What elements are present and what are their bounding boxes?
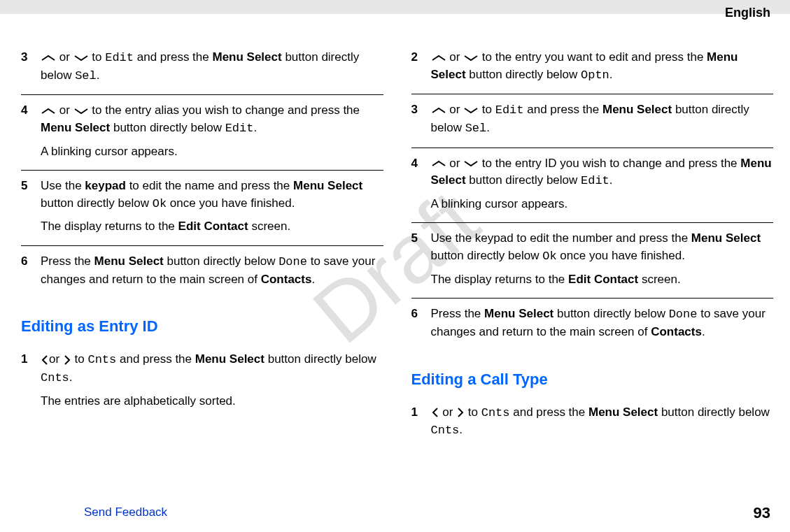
step-4r: 4 or to the entry ID you wish to change … <box>411 148 774 224</box>
document-page: English Draft 3 or to Edit and press the… <box>0 0 790 532</box>
left-column: 3 or to Edit and press the Menu Select b… <box>21 42 383 450</box>
step-body: Press the Menu Select button directly be… <box>431 305 774 340</box>
up-arrow-icon <box>431 55 446 62</box>
step-body: or to the entry ID you wish to change an… <box>431 155 774 213</box>
step-number: 1 <box>411 404 431 440</box>
step-number: 6 <box>411 305 431 340</box>
heading-call-type: Editing a Call Type <box>411 371 774 389</box>
step-number: 6 <box>21 253 41 288</box>
step-body: Press the Menu Select button directly be… <box>41 253 383 288</box>
page-number: 93 <box>754 504 770 522</box>
step-6: 6 Press the Menu Select button directly … <box>21 246 383 298</box>
step-4: 4 or to the entry alias you wish to chan… <box>21 95 383 171</box>
step-body: or to Edit and press the Menu Select but… <box>41 49 383 85</box>
down-arrow-icon <box>463 160 479 167</box>
step-body: or to the entry you want to edit and pre… <box>431 49 774 84</box>
step-body: Use the keypad to edit the name and pres… <box>41 178 383 236</box>
right-column: 2 or to the entry you want to edit and p… <box>411 42 774 450</box>
right-arrow-icon <box>456 407 465 418</box>
step-body: or to Cnts and press the Menu Select but… <box>431 404 774 440</box>
step-body: or to Cnts and press the Menu Select but… <box>41 351 383 410</box>
calltype-step-1: 1 or to Cnts and press the Menu Select b… <box>411 397 774 450</box>
up-arrow-icon <box>431 107 446 114</box>
up-arrow-icon <box>41 108 56 115</box>
step-3r: 3 or to Edit and press the Menu Select b… <box>411 94 774 148</box>
step-number: 4 <box>411 155 431 213</box>
entry-step-1: 1 or to Cnts and press the Menu Select b… <box>21 344 383 419</box>
top-bar <box>0 0 790 14</box>
step-6r: 6 Press the Menu Select button directly … <box>411 299 774 350</box>
step-3: 3 or to Edit and press the Menu Select b… <box>21 42 383 95</box>
step-number: 5 <box>411 230 431 288</box>
step-number: 3 <box>411 101 431 137</box>
left-arrow-icon <box>41 354 49 366</box>
step-number: 5 <box>21 178 41 236</box>
step-body: or to the entry alias you wish to change… <box>41 102 383 160</box>
down-arrow-icon <box>73 55 89 62</box>
down-arrow-icon <box>73 108 89 115</box>
step-5r: 5 Use the keypad to edit the number and … <box>411 223 774 299</box>
step-5: 5 Use the keypad to edit the name and pr… <box>21 171 383 246</box>
step-number: 3 <box>21 49 41 85</box>
step-body: or to Edit and press the Menu Select but… <box>431 101 774 137</box>
language-label: English <box>725 6 770 20</box>
step-number: 1 <box>21 351 41 410</box>
step-body: Use the keypad to edit the number and pr… <box>431 230 774 288</box>
step-number: 2 <box>411 49 431 84</box>
content-area: 3 or to Edit and press the Menu Select b… <box>0 14 790 456</box>
up-arrow-icon <box>41 55 56 62</box>
step-2: 2 or to the entry you want to edit and p… <box>411 42 774 94</box>
down-arrow-icon <box>463 55 479 62</box>
right-arrow-icon <box>63 354 71 366</box>
left-arrow-icon <box>431 407 439 418</box>
heading-entry-id: Editing as Entry ID <box>21 317 383 336</box>
up-arrow-icon <box>431 160 446 167</box>
send-feedback-link[interactable]: Send Feedback <box>84 505 167 519</box>
step-number: 4 <box>21 102 41 160</box>
down-arrow-icon <box>463 107 479 114</box>
